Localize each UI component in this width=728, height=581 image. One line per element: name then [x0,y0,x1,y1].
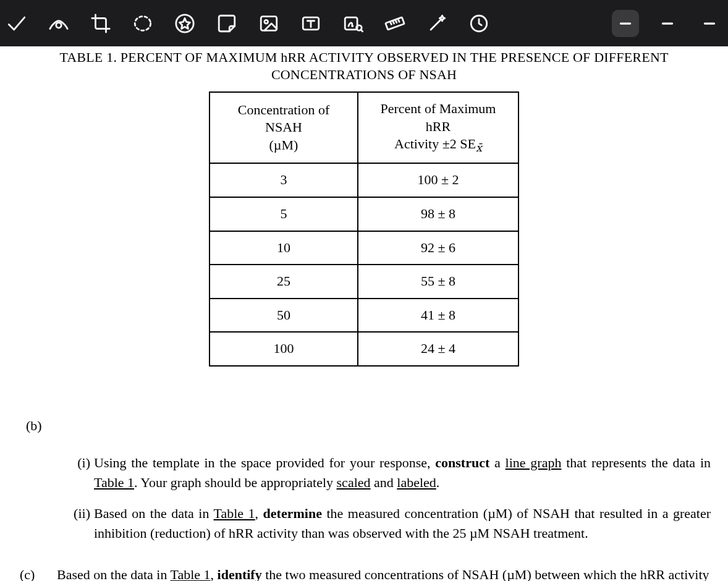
crop-icon[interactable] [89,12,112,35]
lasso-icon[interactable] [131,12,154,35]
table-cell: 50 [210,299,358,333]
question-c: (c) Based on the data in Table 1, identi… [17,565,711,581]
table-row: 3 100 ± 2 [210,163,518,197]
ruler-icon[interactable] [383,12,407,35]
svg-point-0 [56,22,62,28]
svg-point-5 [265,20,268,23]
clock-icon[interactable] [467,12,491,35]
toolbar-extra-button-2[interactable] [696,10,723,37]
table-title-line2: CONCENTRATIONS OF NSAH [271,67,457,82]
table-row: 5 98 ± 8 [210,197,518,231]
table-cell: 98 ± 8 [358,197,518,231]
table-cell: 24 ± 4 [358,332,518,366]
table-cell: 100 ± 2 [358,163,518,197]
question-b-sublist: (i) Using the template in the space prov… [17,453,711,543]
table-title: TABLE 1. PERCENT OF MAXIMUM hRR ACTIVITY… [17,49,711,83]
table-cell: 92 ± 6 [358,231,518,265]
sticky-note-icon[interactable] [215,12,239,35]
questions: (b) (i) Using the template in the space … [17,416,711,581]
table-header-row: Concentration of NSAH (µM) Percent of Ma… [210,92,518,163]
part-c-label: (c) [20,565,35,581]
signature-icon[interactable] [341,12,365,35]
check-icon[interactable] [5,12,28,35]
table-cell: 41 ± 8 [358,299,518,333]
toolbar-extra-button-1[interactable] [654,10,681,37]
question-b-i: (i) Using the template in the space prov… [66,453,711,493]
text-icon[interactable] [299,12,323,35]
svg-rect-4 [261,16,277,30]
table-cell: 25 [210,265,358,299]
eye-icon[interactable] [47,12,70,35]
star-icon[interactable] [173,12,197,35]
table-row: 25 55 ± 8 [210,265,518,299]
question-b-ii: (ii) Based on the data in Table 1, deter… [66,504,711,543]
table-row: 100 24 ± 4 [210,332,518,366]
data-table: Concentration of NSAH (µM) Percent of Ma… [209,91,519,367]
table-cell: 5 [210,197,358,231]
table-title-line1: TABLE 1. PERCENT OF MAXIMUM hRR ACTIVITY… [59,49,668,65]
table-row: 50 41 ± 8 [210,299,518,333]
image-icon[interactable] [257,12,281,35]
document-page: TABLE 1. PERCENT OF MAXIMUM hRR ACTIVITY… [0,49,728,581]
magic-wand-icon[interactable] [425,12,449,35]
svg-marker-3 [180,18,190,28]
table-row: 10 92 ± 6 [210,231,518,265]
table-header-col1: Concentration of NSAH (µM) [210,92,358,163]
table-header-col2: Percent of Maximum hRR Activity ±2 SEx̄ [358,92,518,163]
question-b: (b) [17,416,711,436]
table-cell: 100 [210,332,358,366]
svg-point-1 [135,16,151,30]
table-cell: 55 ± 8 [358,265,518,299]
table-cell: 10 [210,231,358,265]
annotation-toolbar [0,0,728,46]
zoom-out-button[interactable] [612,10,639,37]
table-cell: 3 [210,163,358,197]
roman-i: (i) [66,453,90,473]
part-b-label: (b) [17,416,49,436]
roman-ii: (ii) [66,504,90,524]
